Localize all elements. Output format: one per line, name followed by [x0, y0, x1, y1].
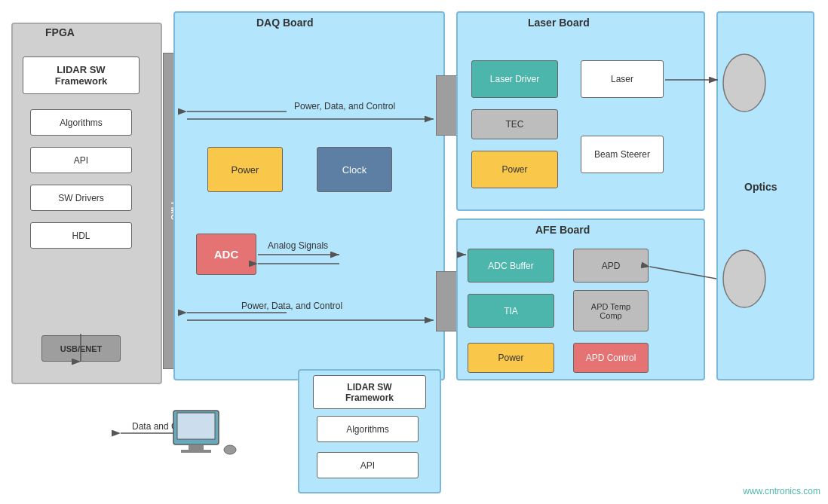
- fpga-sw-drivers-box: SW Drivers: [30, 185, 132, 211]
- afe-adc-buffer-box: ADC Buffer: [468, 249, 554, 283]
- svg-rect-23: [189, 444, 204, 451]
- fpga-hdl-box: HDL: [30, 222, 132, 249]
- svg-point-25: [224, 445, 236, 454]
- daq-power-box: Power: [207, 147, 283, 192]
- fpga-algorithms-box: Algorithms: [30, 109, 132, 136]
- svg-rect-24: [181, 450, 211, 453]
- lidar-sw-bottom-algorithms: Algorithms: [317, 416, 419, 442]
- laser-label: Laser Board: [528, 17, 590, 29]
- laser-tec-box: TEC: [471, 109, 558, 139]
- afe-tia-box: TIA: [468, 294, 554, 328]
- fpga-label: FPGA: [45, 26, 75, 38]
- daq-clock-box: Clock: [317, 147, 392, 192]
- afe-label: AFE Board: [535, 224, 590, 236]
- fpga-api-box: API: [30, 147, 132, 173]
- lidar-sw-bottom-label: LIDAR SW Framework: [313, 375, 426, 409]
- daq-adc-box: ADC: [196, 234, 256, 275]
- lidar-sw-bottom-api: API: [317, 452, 419, 478]
- beam-steerer-box: Beam Steerer: [581, 136, 664, 173]
- afe-apd-control-box: APD Control: [573, 343, 649, 373]
- daq-top-connector: [436, 75, 457, 136]
- afe-apd-box: APD: [573, 249, 649, 283]
- svg-rect-22: [177, 413, 215, 439]
- optics-board: [716, 11, 814, 380]
- watermark: www.cntronics.com: [743, 486, 820, 496]
- laser-box: Laser: [581, 60, 664, 98]
- afe-apd-temp-comp-box: APD Temp Comp: [573, 290, 649, 331]
- optics-label: Optics: [744, 181, 777, 193]
- daq-bottom-connector: [436, 271, 457, 331]
- afe-power-box: Power: [468, 343, 554, 373]
- daq-label: DAQ Board: [256, 17, 313, 29]
- svg-text:Data and Control: Data and Control: [132, 421, 201, 432]
- svg-rect-21: [173, 411, 219, 444]
- laser-driver-box: Laser Driver: [471, 60, 558, 98]
- laser-power-box: Power: [471, 151, 558, 188]
- fpga-lidar-sw-label: LIDAR SW Framework: [23, 57, 140, 94]
- daq-board: [173, 11, 445, 380]
- usb-enet-box: USB/ENET: [41, 335, 121, 362]
